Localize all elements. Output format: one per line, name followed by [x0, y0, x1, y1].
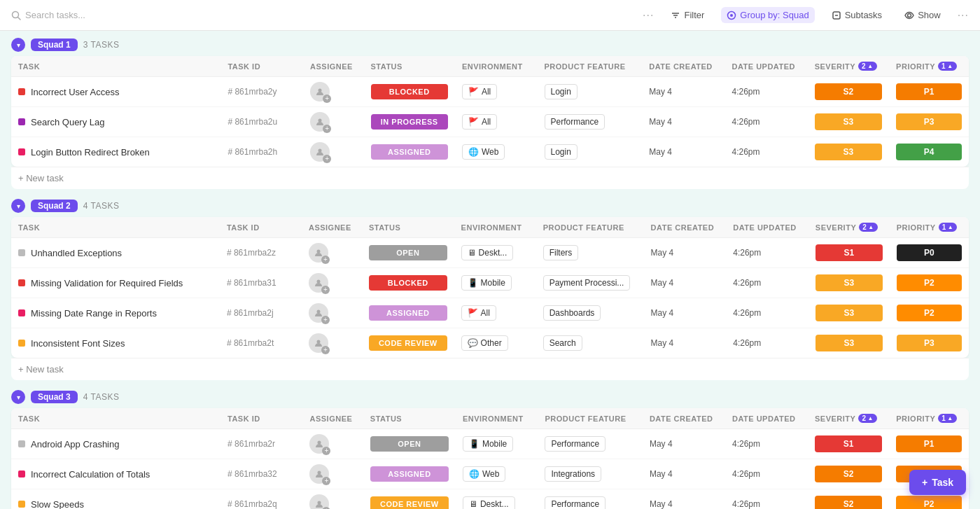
task-assignee[interactable]: [302, 429, 363, 459]
table-row[interactable]: Incorrect Calculation of Totals # 861mrb…: [11, 459, 969, 489]
task-assignee[interactable]: [303, 77, 363, 107]
task-status: OPEN: [363, 429, 456, 459]
svg-point-16: [316, 340, 320, 344]
search-area[interactable]: Search tasks...: [11, 10, 631, 20]
env-label: Other: [481, 338, 502, 348]
col-header-priority: PRIORITY 1▲: [889, 56, 969, 77]
env-label: Mobile: [481, 278, 505, 288]
task-severity: S3: [808, 298, 890, 328]
top-bar: Search tasks... ··· Filter Group by: Squ…: [0, 0, 980, 31]
env-icon: 🚩: [468, 308, 478, 318]
table-row[interactable]: Login Button Redirect Broken # 861mrba2h…: [11, 137, 969, 167]
show-icon: [904, 11, 914, 20]
new-task-button-squad2[interactable]: + New task: [11, 358, 969, 380]
task-date-updated: 4:26pm: [726, 328, 808, 358]
task-id: # 861mrba2t: [220, 328, 302, 358]
env-label: Mobile: [482, 439, 507, 449]
task-status: ASSIGNED: [363, 459, 456, 489]
show-button[interactable]: Show: [899, 7, 946, 23]
task-priority: P3: [890, 328, 969, 358]
task-severity: S3: [808, 107, 889, 137]
task-assignee[interactable]: [303, 107, 363, 137]
col-header-task: TASK: [11, 408, 220, 429]
env-icon: 🚩: [468, 87, 479, 97]
task-assignee[interactable]: [302, 459, 363, 489]
task-feature: Search: [536, 328, 644, 358]
col-header-created: DATE CREATED: [643, 408, 725, 429]
task-status: BLOCKED: [362, 268, 454, 298]
task-status: CODE REVIEW: [363, 489, 456, 510]
task-feature: Performance: [538, 489, 643, 510]
new-task-button-squad1[interactable]: + New task: [11, 167, 969, 189]
svg-point-11: [318, 119, 322, 123]
table-row[interactable]: Android App Crashing # 861mrba2r OPEN 📱: [11, 429, 969, 459]
group-icon: [727, 11, 736, 20]
task-name: Incorrect Calculation of Totals: [31, 469, 150, 480]
filter-icon: [671, 11, 680, 20]
col-header-priority: PRIORITY 1▲: [889, 408, 969, 429]
task-feature: Payment Processi...: [536, 268, 644, 298]
search-input[interactable]: Search tasks...: [25, 10, 85, 20]
task-name: Inconsistent Font Sizes: [31, 338, 125, 349]
task-date-created: May 4: [643, 459, 725, 489]
env-label: Deskt...: [479, 248, 507, 258]
table-row[interactable]: Missing Date Range in Reports # 861mrba2…: [11, 298, 969, 328]
env-icon: 📱: [469, 439, 479, 449]
table-row[interactable]: Unhandled Exceptions # 861mrba2z OPEN 🖥: [11, 238, 969, 268]
task-dot: [18, 340, 25, 347]
task-status: ASSIGNED: [364, 137, 455, 167]
task-assignee[interactable]: [302, 328, 362, 358]
table-row[interactable]: Incorrect User Access # 861mrba2y BLOCKE…: [11, 77, 969, 107]
topbar-dots[interactable]: ···: [643, 9, 654, 22]
squad-chevron-3[interactable]: ▾: [11, 390, 25, 404]
task-environment: 💬 Other: [454, 328, 536, 358]
col-header-task: TASK: [11, 56, 220, 77]
task-environment: 🚩 All: [455, 77, 538, 107]
task-date-updated: 4:26pm: [724, 77, 807, 107]
env-icon: 🖥: [469, 499, 477, 509]
task-assignee[interactable]: [302, 238, 362, 268]
subtasks-button[interactable]: Subtasks: [826, 7, 888, 23]
task-name: Incorrect User Access: [31, 87, 119, 97]
task-priority: P3: [889, 107, 969, 137]
table-row[interactable]: Inconsistent Font Sizes # 861mrba2t CODE…: [11, 328, 969, 358]
task-date-created: May 4: [644, 298, 727, 328]
squad-chevron-2[interactable]: ▾: [11, 199, 25, 213]
col-header-id: TASK ID: [220, 56, 303, 77]
task-feature: Performance: [538, 429, 643, 459]
task-environment: 🚩 All: [455, 107, 538, 137]
task-name: Slow Speeds: [31, 499, 84, 510]
svg-point-18: [318, 471, 321, 475]
table-row[interactable]: Missing Validation for Required Fields #…: [11, 268, 969, 298]
task-assignee[interactable]: [302, 268, 362, 298]
topbar-more[interactable]: ···: [958, 9, 969, 22]
task-assignee[interactable]: [303, 137, 363, 167]
search-icon: [11, 11, 21, 20]
col-header-feature: PRODUCT FEATURE: [536, 217, 644, 238]
topbar-actions: Filter Group by: Squad Subtasks Show ···: [665, 7, 969, 23]
task-id: # 861mrba2r: [220, 429, 302, 459]
group-by-button[interactable]: Group by: Squad: [721, 7, 814, 23]
task-date-updated: 4:26pm: [725, 429, 808, 459]
task-severity: S2: [808, 489, 889, 510]
squad-badge-3: Squad 3: [31, 391, 78, 403]
add-task-button[interactable]: + Task: [909, 470, 966, 495]
task-status: IN PROGRESS: [364, 107, 455, 137]
task-id: # 861mrba31: [220, 268, 302, 298]
task-assignee[interactable]: [302, 489, 363, 510]
task-id: # 861mrba2z: [220, 238, 302, 268]
table-row[interactable]: Slow Speeds # 861mrba2q CODE REVIEW 🖥 D: [11, 489, 969, 510]
task-date-updated: 4:26pm: [726, 268, 808, 298]
task-name: Login Button Redirect Broken: [31, 147, 150, 158]
squad-chevron-1[interactable]: ▾: [11, 38, 25, 52]
svg-point-10: [318, 89, 322, 92]
task-dot: [18, 501, 25, 508]
squad-section-1: ▾ Squad 1 3 TASKS TASK TASK ID ASSIGNEE …: [11, 38, 969, 189]
table-row[interactable]: Search Query Lag # 861mrba2u IN PROGRESS…: [11, 107, 969, 137]
env-icon: 🖥: [468, 248, 476, 258]
filter-button[interactable]: Filter: [665, 7, 710, 23]
add-task-icon: +: [922, 477, 927, 488]
task-assignee[interactable]: [302, 298, 362, 328]
col-header-feature: PRODUCT FEATURE: [538, 408, 643, 429]
task-id: # 861mrba2y: [220, 77, 303, 107]
